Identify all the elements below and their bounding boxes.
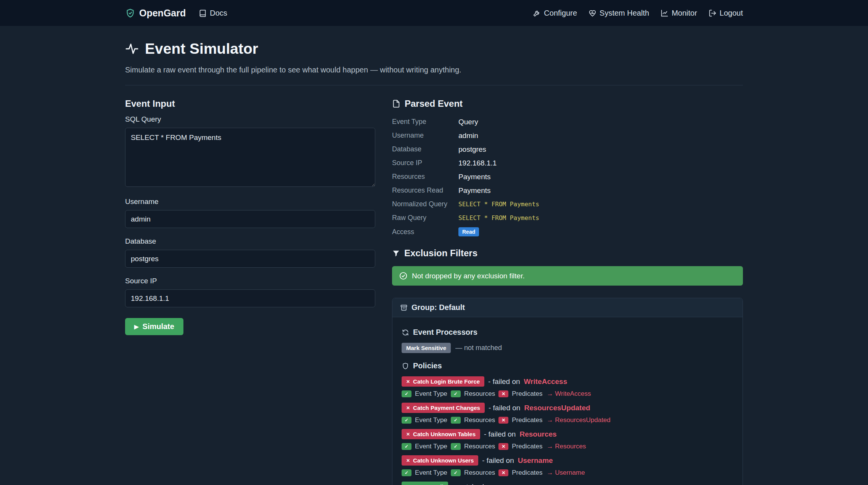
kv-row-access: Access Read (392, 227, 743, 236)
nav-docs[interactable]: Docs (199, 9, 227, 18)
group-title: Group: Default (411, 303, 465, 312)
results-section: Parsed Event Event Type Query Username a… (392, 98, 743, 485)
database-input[interactable] (125, 250, 375, 268)
group-card: Group: Default Event Processors Mark Sen… (392, 298, 743, 485)
check-fail-icon: ✕ (498, 417, 508, 424)
nav-configure-label: Configure (544, 9, 577, 18)
username-input[interactable] (125, 210, 375, 228)
chart-icon (661, 9, 669, 17)
policy-row: ✕ Catch Unknown Users - failed on Userna… (402, 455, 733, 477)
parsed-event-heading: Parsed Event (392, 98, 743, 109)
policy-row: ✕ Catch Unknown Tables - failed on Resou… (402, 429, 733, 450)
kv-row-username: Username admin (392, 131, 743, 140)
simulate-button[interactable]: ▶ Simulate (125, 318, 183, 335)
policy-row: ✕ Catch Payment Changes - failed on Reso… (402, 403, 733, 424)
event-input-section: Event Input SQL Query SELECT * FROM Paym… (125, 98, 375, 335)
policy-badge-failed: ✕ Catch Unknown Users (402, 455, 478, 466)
policy-badge-failed: ✕ Catch Unknown Tables (402, 429, 480, 439)
check-pass-icon: ✓ (451, 443, 461, 450)
processor-badge: Mark Sensitive (402, 343, 451, 353)
check-fail-icon: ✕ (498, 390, 508, 397)
arrow-target: → WriteAccess (547, 390, 591, 398)
nav-monitor[interactable]: Monitor (661, 9, 697, 18)
nav-configure[interactable]: Configure (533, 9, 577, 18)
nav-monitor-label: Monitor (672, 9, 697, 18)
check-fail-icon: ✕ (498, 443, 508, 450)
shield-icon (402, 362, 409, 370)
logout-icon (709, 9, 717, 17)
kv-row-resources: Resources Payments (392, 172, 743, 181)
parsed-event-table: Event Type Query Username admin Database… (392, 117, 743, 236)
kv-row-event-type: Event Type Query (392, 117, 743, 126)
group-card-header: Group: Default (392, 298, 743, 317)
check-pass-icon: ✓ (402, 417, 411, 424)
policy-checks: ✓ Event Type ✓ Resources ✕ Predicates → … (402, 469, 733, 477)
exclusion-result-banner: Not dropped by any exclusion filter. (392, 266, 743, 286)
heart-pulse-icon (588, 9, 596, 17)
check-pass-icon: ✓ (451, 390, 461, 397)
brand-label: OpenGard (139, 8, 186, 19)
source-ip-input[interactable] (125, 289, 375, 307)
failed-on-target: WriteAccess (524, 377, 567, 386)
funnel-icon (392, 249, 400, 257)
nav-system-health-label: System Health (600, 9, 649, 18)
policy-checks: ✓ Event Type ✓ Resources ✕ Predicates → … (402, 416, 733, 424)
check-pass-icon: ✓ (451, 417, 461, 424)
policy-checks: ✓ Event Type ✓ Resources ✕ Predicates → … (402, 443, 733, 450)
check-fail-icon: ✕ (498, 469, 508, 476)
username-label: Username (125, 198, 375, 206)
check-pass-icon: ✓ (402, 443, 411, 450)
failed-on-target: Resources (519, 430, 556, 438)
simulate-button-label: Simulate (143, 322, 174, 331)
cross-icon: ✕ (406, 379, 410, 384)
cross-icon: ✕ (406, 458, 410, 463)
processor-status: — not matched (455, 344, 502, 352)
play-icon: ▶ (134, 323, 139, 330)
book-icon (199, 9, 207, 17)
nav-system-health[interactable]: System Health (588, 9, 649, 18)
nav-logout[interactable]: Logout (709, 9, 743, 18)
event-input-heading: Event Input (125, 98, 375, 109)
cross-icon: ✕ (406, 432, 410, 437)
check-pass-icon: ✓ (402, 390, 411, 397)
exclusion-filters-heading: Exclusion Filters (392, 248, 743, 259)
source-ip-label: Source IP (125, 277, 375, 285)
policies-heading: Policies (402, 361, 733, 370)
policy-badge-failed: ✕ Catch Payment Changes (402, 403, 485, 413)
kv-row-normalized-query: Normalized Query SELECT * FROM Payments (392, 200, 743, 209)
main-content: Event Simulator Simulate a raw event thr… (125, 40, 743, 485)
page-title: Event Simulator (145, 40, 258, 57)
nav-logout-label: Logout (720, 9, 743, 18)
failed-on-target: Username (518, 456, 553, 465)
divider (125, 85, 743, 85)
arrow-target: → ResourcesUpdated (547, 416, 611, 424)
policy-badge-matched: ✓ Capture All (402, 482, 448, 485)
navbar: OpenGard Docs Configure System Health (0, 0, 868, 26)
kv-row-source-ip: Source IP 192.168.1.1 (392, 159, 743, 167)
kv-row-database: Database postgres (392, 145, 743, 154)
policy-checks: ✓ Event Type ✓ Resources ✕ Predicates → … (402, 390, 733, 398)
arrow-target: → Resources (547, 443, 586, 450)
brand-link[interactable]: OpenGard (125, 8, 186, 19)
processor-row: Mark Sensitive — not matched (402, 343, 733, 353)
database-label: Database (125, 237, 375, 246)
event-processors-heading: Event Processors (402, 328, 733, 337)
exclusion-banner-text: Not dropped by any exclusion filter. (412, 272, 525, 280)
check-pass-icon: ✓ (402, 469, 411, 476)
check-pass-icon: ✓ (451, 469, 461, 476)
sql-query-input[interactable]: SELECT * FROM Payments (125, 128, 375, 187)
cross-icon: ✕ (406, 405, 410, 411)
failed-on-target: ResourcesUpdated (524, 404, 590, 412)
check-circle-icon (399, 271, 408, 280)
refresh-icon (402, 329, 409, 336)
kv-row-raw-query: Raw Query SELECT * FROM Payments (392, 214, 743, 222)
box-icon (400, 304, 408, 312)
sql-query-label: SQL Query (125, 115, 375, 124)
wrench-icon (533, 9, 541, 17)
page-subtitle: Simulate a raw event through the full pi… (125, 66, 743, 74)
arrow-target: → Username (547, 469, 585, 477)
activity-icon (125, 42, 139, 56)
shield-logo-icon (125, 8, 135, 18)
access-badge: Read (458, 227, 479, 236)
policy-row: ✕ Catch Login Brute Force - failed on Wr… (402, 376, 733, 398)
